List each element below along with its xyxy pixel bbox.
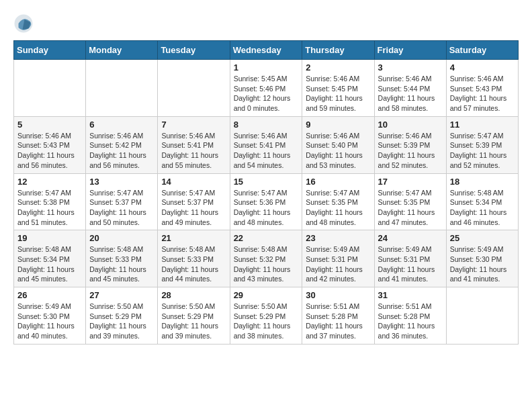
day-info: Sunrise: 5:47 AM Sunset: 5:38 PM Dayligh…: [17, 188, 82, 228]
day-number: 29: [234, 290, 299, 300]
calendar-cell: 30Sunrise: 5:51 AM Sunset: 5:28 PM Dayli…: [302, 287, 374, 345]
day-info: Sunrise: 5:51 AM Sunset: 5:28 PM Dayligh…: [378, 302, 443, 341]
day-info: Sunrise: 5:46 AM Sunset: 5:45 PM Dayligh…: [306, 74, 370, 113]
day-info: Sunrise: 5:49 AM Sunset: 5:30 PM Dayligh…: [17, 302, 82, 341]
calendar-cell: 27Sunrise: 5:50 AM Sunset: 5:29 PM Dayli…: [86, 287, 158, 345]
calendar-cell: 29Sunrise: 5:50 AM Sunset: 5:29 PM Dayli…: [230, 287, 302, 345]
day-info: Sunrise: 5:48 AM Sunset: 5:32 PM Dayligh…: [234, 244, 299, 284]
calendar-cell: 12Sunrise: 5:47 AM Sunset: 5:38 PM Dayli…: [14, 173, 86, 230]
calendar-week-1: 1Sunrise: 5:45 AM Sunset: 5:46 PM Daylig…: [14, 60, 519, 117]
day-info: Sunrise: 5:46 AM Sunset: 5:40 PM Dayligh…: [306, 131, 370, 171]
calendar-week-5: 26Sunrise: 5:49 AM Sunset: 5:30 PM Dayli…: [14, 287, 519, 345]
calendar-cell: 17Sunrise: 5:47 AM Sunset: 5:35 PM Dayli…: [374, 173, 446, 230]
page-header: [13, 13, 519, 34]
day-info: Sunrise: 5:46 AM Sunset: 5:43 PM Dayligh…: [17, 131, 82, 171]
calendar-cell: 13Sunrise: 5:47 AM Sunset: 5:37 PM Dayli…: [86, 173, 158, 230]
day-info: Sunrise: 5:48 AM Sunset: 5:34 PM Dayligh…: [17, 244, 82, 284]
day-number: 4: [450, 62, 515, 73]
day-number: 24: [378, 233, 443, 243]
day-info: Sunrise: 5:48 AM Sunset: 5:33 PM Dayligh…: [161, 244, 226, 284]
day-number: 9: [306, 120, 370, 130]
day-number: 15: [234, 177, 299, 187]
day-number: 6: [89, 120, 154, 130]
calendar-cell: 20Sunrise: 5:48 AM Sunset: 5:33 PM Dayli…: [86, 230, 158, 287]
day-info: Sunrise: 5:46 AM Sunset: 5:41 PM Dayligh…: [234, 131, 299, 171]
day-number: 31: [378, 290, 443, 300]
day-number: 12: [17, 177, 82, 187]
day-info: Sunrise: 5:51 AM Sunset: 5:28 PM Dayligh…: [306, 302, 370, 341]
calendar-cell: 11Sunrise: 5:47 AM Sunset: 5:39 PM Dayli…: [446, 116, 518, 173]
day-info: Sunrise: 5:50 AM Sunset: 5:29 PM Dayligh…: [234, 302, 299, 341]
day-info: Sunrise: 5:47 AM Sunset: 5:36 PM Dayligh…: [234, 188, 299, 228]
day-number: 28: [161, 290, 226, 300]
calendar-cell: 31Sunrise: 5:51 AM Sunset: 5:28 PM Dayli…: [374, 287, 446, 345]
day-number: 16: [306, 177, 370, 187]
calendar-week-4: 19Sunrise: 5:48 AM Sunset: 5:34 PM Dayli…: [14, 230, 519, 287]
calendar-cell: [158, 60, 230, 117]
day-info: Sunrise: 5:45 AM Sunset: 5:46 PM Dayligh…: [234, 74, 299, 113]
calendar-cell: 22Sunrise: 5:48 AM Sunset: 5:32 PM Dayli…: [230, 230, 302, 287]
calendar-cell: 15Sunrise: 5:47 AM Sunset: 5:36 PM Dayli…: [230, 173, 302, 230]
calendar-cell: [14, 60, 86, 117]
day-number: 21: [161, 233, 226, 243]
calendar-cell: 10Sunrise: 5:46 AM Sunset: 5:39 PM Dayli…: [374, 116, 446, 173]
day-info: Sunrise: 5:49 AM Sunset: 5:31 PM Dayligh…: [378, 244, 443, 284]
day-info: Sunrise: 5:49 AM Sunset: 5:31 PM Dayligh…: [306, 244, 370, 284]
day-number: 5: [17, 120, 82, 130]
header-wednesday: Wednesday: [230, 41, 302, 60]
calendar-cell: 3Sunrise: 5:46 AM Sunset: 5:44 PM Daylig…: [374, 60, 446, 117]
day-info: Sunrise: 5:46 AM Sunset: 5:42 PM Dayligh…: [89, 131, 154, 171]
day-number: 3: [378, 62, 443, 73]
calendar-cell: 5Sunrise: 5:46 AM Sunset: 5:43 PM Daylig…: [14, 116, 86, 173]
calendar-cell: [86, 60, 158, 117]
calendar-cell: 28Sunrise: 5:50 AM Sunset: 5:29 PM Dayli…: [158, 287, 230, 345]
day-info: Sunrise: 5:47 AM Sunset: 5:37 PM Dayligh…: [89, 188, 154, 228]
logo: [13, 13, 36, 34]
calendar-cell: 21Sunrise: 5:48 AM Sunset: 5:33 PM Dayli…: [158, 230, 230, 287]
calendar-cell: 24Sunrise: 5:49 AM Sunset: 5:31 PM Dayli…: [374, 230, 446, 287]
calendar-cell: 23Sunrise: 5:49 AM Sunset: 5:31 PM Dayli…: [302, 230, 374, 287]
day-number: 19: [17, 233, 82, 243]
logo-icon: [13, 13, 34, 34]
calendar-week-3: 12Sunrise: 5:47 AM Sunset: 5:38 PM Dayli…: [14, 173, 519, 230]
day-number: 14: [161, 177, 226, 187]
day-info: Sunrise: 5:47 AM Sunset: 5:35 PM Dayligh…: [306, 188, 370, 228]
day-info: Sunrise: 5:46 AM Sunset: 5:44 PM Dayligh…: [378, 74, 443, 113]
calendar-week-2: 5Sunrise: 5:46 AM Sunset: 5:43 PM Daylig…: [14, 116, 519, 173]
day-info: Sunrise: 5:50 AM Sunset: 5:29 PM Dayligh…: [89, 302, 154, 341]
header-saturday: Saturday: [446, 41, 518, 60]
calendar-table: SundayMondayTuesdayWednesdayThursdayFrid…: [13, 40, 519, 345]
day-number: 30: [306, 290, 370, 300]
day-number: 2: [306, 62, 370, 73]
calendar-cell: 7Sunrise: 5:46 AM Sunset: 5:41 PM Daylig…: [158, 116, 230, 173]
day-number: 10: [378, 120, 443, 130]
day-number: 20: [89, 233, 154, 243]
day-info: Sunrise: 5:46 AM Sunset: 5:43 PM Dayligh…: [450, 74, 515, 113]
day-number: 8: [234, 120, 299, 130]
calendar-cell: 16Sunrise: 5:47 AM Sunset: 5:35 PM Dayli…: [302, 173, 374, 230]
calendar-cell: 2Sunrise: 5:46 AM Sunset: 5:45 PM Daylig…: [302, 60, 374, 117]
day-info: Sunrise: 5:46 AM Sunset: 5:39 PM Dayligh…: [378, 131, 443, 171]
day-number: 17: [378, 177, 443, 187]
calendar-cell: 9Sunrise: 5:46 AM Sunset: 5:40 PM Daylig…: [302, 116, 374, 173]
day-info: Sunrise: 5:49 AM Sunset: 5:30 PM Dayligh…: [450, 244, 515, 284]
day-number: 18: [450, 177, 515, 187]
day-info: Sunrise: 5:50 AM Sunset: 5:29 PM Dayligh…: [161, 302, 226, 341]
header-sunday: Sunday: [14, 41, 86, 60]
day-number: 27: [89, 290, 154, 300]
header-friday: Friday: [374, 41, 446, 60]
day-info: Sunrise: 5:48 AM Sunset: 5:33 PM Dayligh…: [89, 244, 154, 284]
day-info: Sunrise: 5:47 AM Sunset: 5:39 PM Dayligh…: [450, 131, 515, 171]
day-info: Sunrise: 5:48 AM Sunset: 5:34 PM Dayligh…: [450, 188, 515, 228]
day-number: 26: [17, 290, 82, 300]
day-info: Sunrise: 5:46 AM Sunset: 5:41 PM Dayligh…: [161, 131, 226, 171]
day-number: 22: [234, 233, 299, 243]
calendar-header-row: SundayMondayTuesdayWednesdayThursdayFrid…: [14, 41, 519, 60]
calendar-cell: 4Sunrise: 5:46 AM Sunset: 5:43 PM Daylig…: [446, 60, 518, 117]
day-number: 1: [234, 62, 299, 73]
calendar-cell: [446, 287, 518, 345]
day-number: 7: [161, 120, 226, 130]
header-thursday: Thursday: [302, 41, 374, 60]
calendar-cell: 1Sunrise: 5:45 AM Sunset: 5:46 PM Daylig…: [230, 60, 302, 117]
day-info: Sunrise: 5:47 AM Sunset: 5:35 PM Dayligh…: [378, 188, 443, 228]
